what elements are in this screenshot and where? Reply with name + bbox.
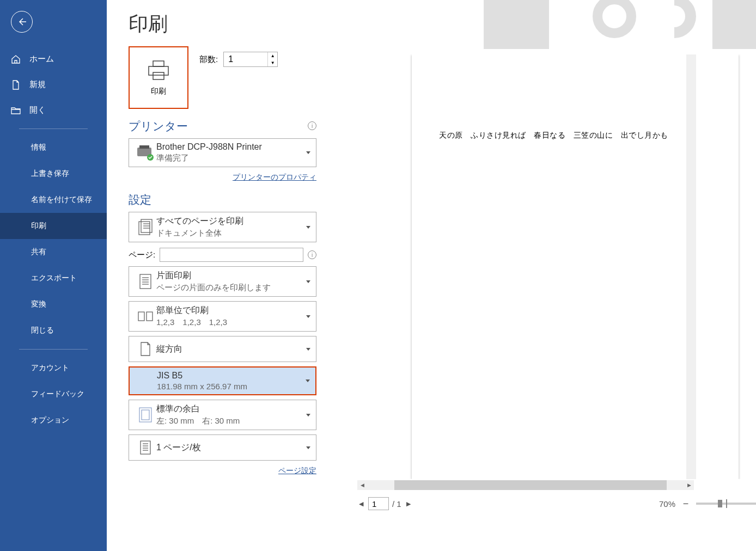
one-side-icon (135, 273, 156, 290)
zoom-slider-thumb[interactable] (718, 500, 722, 507)
current-page-input[interactable] (368, 497, 389, 510)
margins-icon (135, 407, 156, 423)
preview-horizontal-scrollbar[interactable]: ◀ ▶ (357, 480, 694, 490)
copies-down-button[interactable]: ▼ (268, 59, 277, 66)
chevron-down-icon (306, 379, 310, 382)
home-icon (11, 54, 23, 64)
nav-new[interactable]: 新規 (0, 72, 107, 97)
nav-open-label: 開く (29, 105, 46, 115)
printer-properties-link[interactable]: プリンターのプロパティ (233, 173, 316, 181)
margins-title: 標準の余白 (156, 403, 310, 415)
svg-rect-19 (142, 410, 149, 420)
margins-selector[interactable]: 標準の余白 左: 30 mm 右: 30 mm (129, 400, 316, 430)
svg-rect-20 (141, 441, 150, 454)
chevron-down-icon (306, 280, 310, 283)
pages-label: ページ: (129, 250, 155, 260)
scroll-right-button[interactable]: ▶ (684, 482, 694, 488)
preview-vertical-scrollbar[interactable] (686, 54, 696, 479)
copies-input[interactable] (224, 52, 267, 66)
folder-open-icon (11, 106, 23, 115)
nav-export[interactable]: エクスポート (0, 265, 107, 291)
page-total: / 1 (392, 499, 401, 509)
nav-save[interactable]: 上書き保存 (0, 161, 107, 187)
collate-sub: 1,2,3 1,2,3 1,2,3 (156, 317, 310, 328)
print-range-sub: ドキュメント全体 (156, 228, 310, 238)
zoom-out-button[interactable]: − (681, 498, 691, 510)
nav-account[interactable]: アカウント (0, 355, 107, 381)
sides-sub: ページの片面のみを印刷します (156, 283, 310, 293)
svg-rect-4 (139, 145, 149, 149)
sides-selector[interactable]: 片面印刷 ページの片面のみを印刷します (129, 266, 316, 297)
nav-share[interactable]: 共有 (0, 239, 107, 265)
print-range-selector[interactable]: すべてのページを印刷 ドキュメント全体 (129, 212, 316, 242)
printer-icon (147, 59, 170, 81)
nav-feedback[interactable]: フィードバック (0, 381, 107, 407)
printer-info-icon[interactable]: i (308, 121, 316, 130)
svg-rect-1 (149, 66, 168, 75)
chevron-down-icon (306, 226, 310, 229)
svg-rect-0 (153, 61, 164, 66)
chevron-down-icon (306, 414, 310, 417)
copies-up-button[interactable]: ▲ (268, 52, 277, 59)
print-range-title: すべてのページを印刷 (156, 216, 310, 227)
back-button[interactable] (11, 11, 33, 33)
paper-size-sub: 181.98 mm x 256.97 mm (157, 382, 310, 391)
nav-home-label: ホーム (29, 54, 54, 64)
print-button[interactable]: 印刷 (129, 46, 188, 109)
prev-page-button[interactable]: ◀ (357, 500, 365, 507)
printer-status-icon (135, 145, 156, 161)
zoom-slider[interactable] (696, 503, 756, 505)
pages-input[interactable] (160, 248, 303, 262)
settings-section-header: 設定 (129, 192, 316, 207)
nav-open[interactable]: 開く (0, 97, 107, 123)
print-preview: 天の原 ふりさけ見れば 春日なる 三笠の山に 出でし月かも (357, 54, 756, 479)
preview-content: 天の原 ふりさけ見れば 春日なる 三笠の山に 出でし月かも (439, 131, 711, 140)
pages-per-sheet-selector[interactable]: 1 ページ/枚 (129, 434, 316, 461)
chevron-down-icon (306, 446, 310, 449)
nav-home[interactable]: ホーム (0, 46, 107, 72)
svg-rect-17 (147, 312, 153, 321)
copies-label: 部数: (199, 54, 218, 65)
orientation-selector[interactable]: 縦方向 (129, 336, 316, 362)
copies-spinner[interactable]: ▲ ▼ (223, 52, 278, 67)
portrait-icon (135, 341, 156, 357)
next-page-button[interactable]: ▶ (405, 500, 412, 507)
orientation-title: 縦方向 (156, 344, 310, 355)
pages-info-icon[interactable]: i (308, 250, 316, 259)
printer-selector[interactable]: Brother DCP-J988N Printer 準備完了 (129, 138, 316, 167)
per-sheet-title: 1 ページ/枚 (156, 442, 310, 454)
printer-status: 準備完了 (156, 153, 310, 163)
svg-rect-16 (138, 312, 144, 321)
print-button-label: 印刷 (151, 87, 166, 96)
scroll-left-button[interactable]: ◀ (357, 482, 367, 488)
decorative-background (386, 0, 756, 49)
printer-name: Brother DCP-J988N Printer (156, 142, 310, 152)
nav-close[interactable]: 閉じる (0, 317, 107, 344)
paper-size-title: JIS B5 (157, 371, 310, 381)
nav-transform[interactable]: 変換 (0, 291, 107, 317)
scroll-thumb[interactable] (394, 480, 667, 490)
margins-sub: 左: 30 mm 右: 30 mm (156, 416, 310, 426)
zoom-level: 70% (659, 499, 675, 509)
svg-rect-11 (140, 274, 151, 289)
nav-print[interactable]: 印刷 (0, 213, 107, 239)
chevron-down-icon (306, 348, 310, 351)
paper-size-selector[interactable]: JIS B5 181.98 mm x 256.97 mm (129, 366, 316, 395)
pages-all-icon (135, 218, 156, 236)
printer-section-header: プリンター i (129, 119, 316, 134)
sides-title: 片面印刷 (156, 270, 310, 281)
nav-info[interactable]: 情報 (0, 134, 107, 161)
chevron-down-icon (306, 151, 310, 154)
per-sheet-icon (135, 440, 156, 455)
chevron-down-icon (306, 315, 310, 318)
nav-options[interactable]: オプション (0, 407, 107, 433)
nav-new-label: 新規 (29, 79, 46, 90)
collate-selector[interactable]: 部単位で印刷 1,2,3 1,2,3 1,2,3 (129, 301, 316, 332)
document-icon (11, 80, 23, 90)
page-setup-link[interactable]: ページ設定 (278, 466, 316, 475)
nav-saveas[interactable]: 名前を付けて保存 (0, 187, 107, 213)
svg-rect-2 (153, 72, 164, 79)
collate-icon (135, 310, 156, 323)
collate-title: 部単位で印刷 (156, 305, 310, 316)
